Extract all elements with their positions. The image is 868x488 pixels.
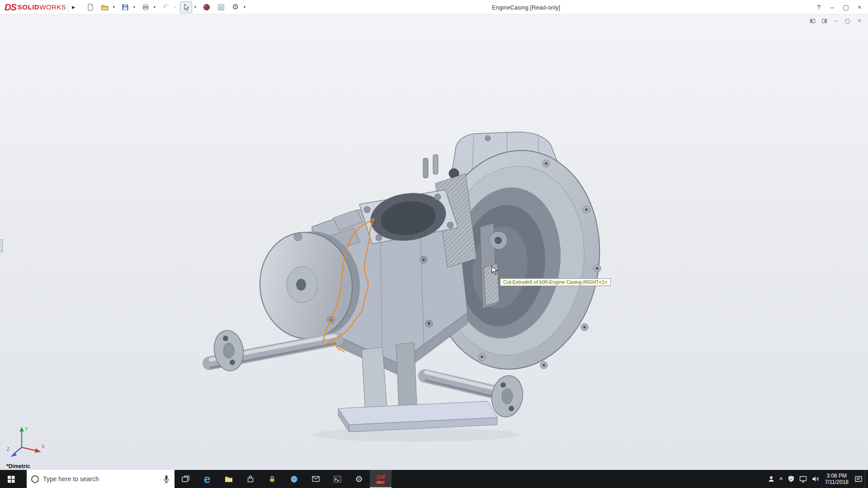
base-plate <box>338 401 497 432</box>
padlock-icon <box>268 475 276 483</box>
y-axis-label: Y <box>25 427 28 432</box>
taskbar-app-browser[interactable] <box>283 470 305 488</box>
save-dropdown-caret-icon[interactable]: ▾ <box>131 1 137 13</box>
undo-icon: ↶ <box>163 3 169 11</box>
windows-logo-icon <box>7 475 15 483</box>
document-title: EngineCasing [Read-only] <box>492 0 560 14</box>
undo-button[interactable]: ↶ <box>160 1 172 13</box>
file-explorer-icon <box>224 475 233 483</box>
open-dropdown-caret-icon[interactable]: ▾ <box>111 1 117 13</box>
dassault-ds-logo: DS <box>5 3 16 12</box>
taskbar-clock[interactable]: 3:08 PM 7/11/2018 <box>821 473 853 485</box>
view-orientation-label: *Dimetric <box>6 463 30 469</box>
titlebar: DS SOLIDWORKS ▶ ▾ ▾ ▾ <box>0 0 868 14</box>
appearance-button[interactable] <box>200 1 212 13</box>
show-desktop-peek[interactable] <box>865 470 868 488</box>
select-dropdown-caret-icon[interactable]: ▾ <box>192 1 198 13</box>
document-minimize-button[interactable]: – <box>831 16 841 25</box>
search-input[interactable] <box>43 475 159 483</box>
volume-icon <box>811 475 819 483</box>
taskbar-app-security[interactable] <box>261 470 283 488</box>
undo-group: ↶ ▾ <box>160 1 178 13</box>
top-studs <box>423 155 438 178</box>
task-view-button[interactable] <box>175 470 196 488</box>
minimize-button[interactable]: – <box>826 0 839 14</box>
menu-bar-toolbar: ▾ ▾ ▾ ↶ ▾ ▾ <box>84 1 250 13</box>
options-gear-icon: ⚙ <box>232 3 239 11</box>
select-group: ▾ <box>180 1 198 13</box>
featuremanager-splitter[interactable] <box>0 239 3 252</box>
tray-network-button[interactable] <box>797 470 809 488</box>
undo-dropdown-caret-icon[interactable]: ▾ <box>172 1 178 13</box>
brand-wordmark: SOLIDWORKS <box>18 3 66 11</box>
shield-icon <box>788 475 795 483</box>
save-group: ▾ <box>119 1 137 13</box>
pane-left-icon <box>810 19 815 23</box>
hover-tooltip: Cut-Extrude5 of b00-Engine Casing-RIGHT<… <box>500 278 611 286</box>
save-button[interactable] <box>119 1 131 13</box>
action-center-icon <box>854 475 863 483</box>
task-pane-list-icon <box>217 3 225 11</box>
network-display-icon <box>799 476 807 483</box>
store-bag-icon <box>246 475 255 483</box>
pane-right-icon <box>822 19 827 23</box>
maximize-button[interactable]: ▢ <box>839 0 853 14</box>
taskbar-app-file-explorer[interactable] <box>218 470 240 488</box>
viewport-tile-alt-icon[interactable] <box>819 16 829 25</box>
taskbar-app-settings[interactable]: ⚙ <box>348 470 370 488</box>
tray-chevron-up-icon[interactable]: ^ <box>777 470 785 488</box>
task-pane-button[interactable] <box>215 1 227 13</box>
close-button[interactable]: × <box>853 0 866 14</box>
start-button[interactable] <box>0 470 22 488</box>
task-pane-group <box>215 1 227 13</box>
help-button[interactable]: ? <box>812 0 826 14</box>
x-axis <box>22 447 37 451</box>
windows-taskbar: e <box>0 470 868 488</box>
tray-people-button[interactable] <box>765 470 777 488</box>
print-button[interactable] <box>139 1 151 13</box>
mouse-cursor-icon <box>491 266 500 276</box>
new-document-icon <box>86 3 94 11</box>
print-group: ▾ <box>139 1 157 13</box>
taskbar-app-solidworks[interactable]: SW 2017 <box>370 470 392 488</box>
options-button[interactable]: ⚙ <box>229 1 241 13</box>
viewport-tile-icon[interactable] <box>807 16 817 25</box>
open-button[interactable] <box>99 1 111 13</box>
open-group: ▾ <box>99 1 117 13</box>
clock-date: 7/11/2018 <box>825 479 849 485</box>
options-dropdown-caret-icon[interactable]: ▾ <box>241 1 247 13</box>
cortana-circle-icon <box>31 475 39 483</box>
taskbar-app-command-prompt[interactable] <box>326 470 348 488</box>
taskbar-app-edge[interactable]: e <box>196 470 218 488</box>
action-center-button[interactable] <box>852 470 865 488</box>
select-tool-button[interactable] <box>180 1 192 13</box>
document-window-controls: – ▢ × <box>807 16 864 25</box>
document-close-button[interactable]: × <box>854 16 864 25</box>
graphics-area[interactable]: – ▢ × <box>0 14 868 470</box>
taskbar-app-mail[interactable] <box>305 470 326 488</box>
people-icon <box>768 475 775 483</box>
printer-icon <box>142 3 150 11</box>
globe-icon <box>290 475 298 483</box>
microphone-icon[interactable] <box>163 475 170 483</box>
clock-time: 3:08 PM <box>825 473 849 479</box>
appearance-sphere-icon <box>203 3 211 11</box>
menu-flyout-arrow-icon[interactable]: ▶ <box>68 2 79 12</box>
reference-triad: Y X Z <box>6 424 47 460</box>
open-folder-icon <box>101 3 109 11</box>
document-restore-button[interactable]: ▢ <box>843 16 853 25</box>
taskbar-app-store[interactable] <box>240 470 261 488</box>
x-axis-label: X <box>42 444 45 449</box>
solidworks-sw-mark: SW <box>376 474 385 480</box>
tray-defender-button[interactable] <box>785 470 797 488</box>
save-floppy-icon <box>121 3 129 11</box>
tray-volume-button[interactable] <box>809 470 821 488</box>
new-document-group <box>84 1 96 13</box>
solidworks-logo: DS SOLIDWORKS <box>0 3 68 12</box>
new-document-button[interactable] <box>84 1 96 13</box>
edge-icon: e <box>204 473 210 485</box>
solidworks-app-icon: SW 2017 <box>376 474 386 484</box>
taskbar-search[interactable] <box>27 470 175 488</box>
print-dropdown-caret-icon[interactable]: ▾ <box>151 1 157 13</box>
appearance-group <box>200 1 212 13</box>
